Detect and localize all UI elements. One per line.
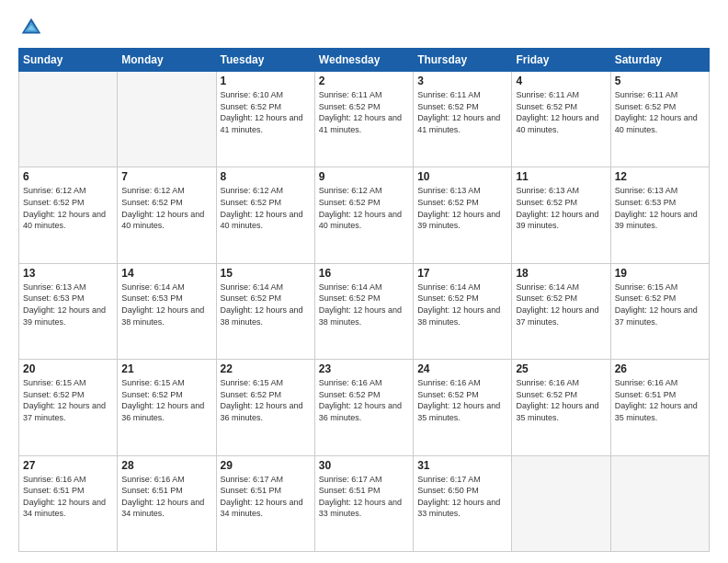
calendar-cell: 8Sunrise: 6:12 AMSunset: 6:52 PMDaylight… <box>216 167 314 263</box>
day-number: 20 <box>23 362 113 375</box>
day-number: 4 <box>516 75 606 87</box>
weekday-header: Friday <box>512 49 610 72</box>
day-info: Sunrise: 6:16 AMSunset: 6:51 PMDaylight:… <box>23 474 113 520</box>
day-info: Sunrise: 6:13 AMSunset: 6:52 PMDaylight:… <box>417 185 507 231</box>
calendar-cell: 2Sunrise: 6:11 AMSunset: 6:52 PMDaylight… <box>314 72 413 167</box>
calendar-cell: 30Sunrise: 6:17 AMSunset: 6:51 PMDayligh… <box>314 455 413 551</box>
weekday-header: Monday <box>118 49 216 72</box>
calendar-cell <box>118 72 216 167</box>
calendar-cell <box>512 455 610 551</box>
day-info: Sunrise: 6:16 AMSunset: 6:52 PMDaylight:… <box>516 377 606 423</box>
day-info: Sunrise: 6:10 AMSunset: 6:52 PMDaylight:… <box>221 89 311 135</box>
calendar-cell: 24Sunrise: 6:16 AMSunset: 6:52 PMDayligh… <box>414 360 512 455</box>
weekday-header: Wednesday <box>314 49 413 72</box>
day-number: 16 <box>319 267 409 280</box>
calendar-table: SundayMondayTuesdayWednesdayThursdayFrid… <box>18 48 710 552</box>
day-number: 17 <box>417 267 507 280</box>
calendar-cell: 20Sunrise: 6:15 AMSunset: 6:52 PMDayligh… <box>19 360 118 455</box>
day-info: Sunrise: 6:15 AMSunset: 6:52 PMDaylight:… <box>615 282 705 327</box>
calendar-cell: 15Sunrise: 6:14 AMSunset: 6:52 PMDayligh… <box>216 263 314 359</box>
calendar-cell: 7Sunrise: 6:12 AMSunset: 6:52 PMDaylight… <box>118 167 216 263</box>
calendar-cell: 28Sunrise: 6:16 AMSunset: 6:51 PMDayligh… <box>118 455 216 551</box>
day-info: Sunrise: 6:12 AMSunset: 6:52 PMDaylight:… <box>319 185 409 231</box>
calendar-cell: 18Sunrise: 6:14 AMSunset: 6:52 PMDayligh… <box>512 263 610 359</box>
logo <box>18 15 48 40</box>
day-number: 13 <box>23 267 113 280</box>
day-info: Sunrise: 6:17 AMSunset: 6:51 PMDaylight:… <box>319 474 409 520</box>
calendar-cell: 5Sunrise: 6:11 AMSunset: 6:52 PMDaylight… <box>610 72 709 167</box>
day-number: 28 <box>121 459 211 472</box>
calendar-cell: 19Sunrise: 6:15 AMSunset: 6:52 PMDayligh… <box>610 263 709 359</box>
day-number: 15 <box>221 267 311 280</box>
weekday-header: Thursday <box>414 49 512 72</box>
day-info: Sunrise: 6:11 AMSunset: 6:52 PMDaylight:… <box>417 89 507 135</box>
calendar-cell: 6Sunrise: 6:12 AMSunset: 6:52 PMDaylight… <box>19 167 118 263</box>
day-info: Sunrise: 6:12 AMSunset: 6:52 PMDaylight:… <box>121 185 211 231</box>
calendar-cell: 10Sunrise: 6:13 AMSunset: 6:52 PMDayligh… <box>414 167 512 263</box>
day-number: 24 <box>417 362 507 375</box>
calendar-cell: 4Sunrise: 6:11 AMSunset: 6:52 PMDaylight… <box>512 72 610 167</box>
day-info: Sunrise: 6:14 AMSunset: 6:52 PMDaylight:… <box>319 282 409 327</box>
day-number: 2 <box>319 75 409 87</box>
calendar-cell <box>610 455 709 551</box>
calendar-cell: 12Sunrise: 6:13 AMSunset: 6:53 PMDayligh… <box>610 167 709 263</box>
day-info: Sunrise: 6:12 AMSunset: 6:52 PMDaylight:… <box>221 185 311 231</box>
day-info: Sunrise: 6:16 AMSunset: 6:52 PMDaylight:… <box>417 377 507 423</box>
logo-icon <box>18 15 44 40</box>
day-number: 7 <box>121 170 211 183</box>
page: SundayMondayTuesdayWednesdayThursdayFrid… <box>0 0 728 563</box>
header <box>18 15 710 40</box>
day-number: 10 <box>417 170 507 183</box>
day-info: Sunrise: 6:15 AMSunset: 6:52 PMDaylight:… <box>23 377 113 423</box>
day-info: Sunrise: 6:14 AMSunset: 6:52 PMDaylight:… <box>516 282 606 327</box>
day-number: 22 <box>221 362 311 375</box>
day-info: Sunrise: 6:17 AMSunset: 6:51 PMDaylight:… <box>221 474 311 520</box>
day-info: Sunrise: 6:16 AMSunset: 6:51 PMDaylight:… <box>615 377 705 423</box>
day-info: Sunrise: 6:11 AMSunset: 6:52 PMDaylight:… <box>615 89 705 135</box>
calendar-cell: 29Sunrise: 6:17 AMSunset: 6:51 PMDayligh… <box>216 455 314 551</box>
calendar-cell: 22Sunrise: 6:15 AMSunset: 6:52 PMDayligh… <box>216 360 314 455</box>
day-info: Sunrise: 6:13 AMSunset: 6:53 PMDaylight:… <box>615 185 705 231</box>
calendar-cell: 16Sunrise: 6:14 AMSunset: 6:52 PMDayligh… <box>314 263 413 359</box>
day-number: 29 <box>221 459 311 472</box>
calendar-cell: 1Sunrise: 6:10 AMSunset: 6:52 PMDaylight… <box>216 72 314 167</box>
day-info: Sunrise: 6:15 AMSunset: 6:52 PMDaylight:… <box>121 377 211 423</box>
calendar-cell: 3Sunrise: 6:11 AMSunset: 6:52 PMDaylight… <box>414 72 512 167</box>
day-number: 18 <box>516 267 606 280</box>
calendar-cell: 21Sunrise: 6:15 AMSunset: 6:52 PMDayligh… <box>118 360 216 455</box>
calendar-cell: 31Sunrise: 6:17 AMSunset: 6:50 PMDayligh… <box>414 455 512 551</box>
calendar-cell: 27Sunrise: 6:16 AMSunset: 6:51 PMDayligh… <box>19 455 118 551</box>
calendar-cell: 13Sunrise: 6:13 AMSunset: 6:53 PMDayligh… <box>19 263 118 359</box>
day-info: Sunrise: 6:13 AMSunset: 6:53 PMDaylight:… <box>23 282 113 327</box>
calendar-cell: 25Sunrise: 6:16 AMSunset: 6:52 PMDayligh… <box>512 360 610 455</box>
weekday-header: Sunday <box>19 49 118 72</box>
day-number: 25 <box>516 362 606 375</box>
calendar-cell: 14Sunrise: 6:14 AMSunset: 6:53 PMDayligh… <box>118 263 216 359</box>
day-number: 26 <box>615 362 705 375</box>
day-number: 14 <box>121 267 211 280</box>
day-number: 11 <box>516 170 606 183</box>
calendar-cell: 11Sunrise: 6:13 AMSunset: 6:52 PMDayligh… <box>512 167 610 263</box>
calendar-cell: 17Sunrise: 6:14 AMSunset: 6:52 PMDayligh… <box>414 263 512 359</box>
day-number: 31 <box>417 459 507 472</box>
calendar-cell: 23Sunrise: 6:16 AMSunset: 6:52 PMDayligh… <box>314 360 413 455</box>
day-info: Sunrise: 6:14 AMSunset: 6:52 PMDaylight:… <box>221 282 311 327</box>
day-info: Sunrise: 6:11 AMSunset: 6:52 PMDaylight:… <box>516 89 606 135</box>
day-number: 3 <box>417 75 507 87</box>
day-number: 30 <box>319 459 409 472</box>
day-number: 23 <box>319 362 409 375</box>
day-number: 5 <box>615 75 705 87</box>
day-info: Sunrise: 6:17 AMSunset: 6:50 PMDaylight:… <box>417 474 507 520</box>
day-info: Sunrise: 6:13 AMSunset: 6:52 PMDaylight:… <box>516 185 606 231</box>
day-number: 8 <box>221 170 311 183</box>
calendar-cell <box>19 72 118 167</box>
day-info: Sunrise: 6:14 AMSunset: 6:53 PMDaylight:… <box>121 282 211 327</box>
day-info: Sunrise: 6:16 AMSunset: 6:51 PMDaylight:… <box>121 474 211 520</box>
calendar-cell: 26Sunrise: 6:16 AMSunset: 6:51 PMDayligh… <box>610 360 709 455</box>
day-info: Sunrise: 6:12 AMSunset: 6:52 PMDaylight:… <box>23 185 113 231</box>
day-info: Sunrise: 6:16 AMSunset: 6:52 PMDaylight:… <box>319 377 409 423</box>
day-number: 27 <box>23 459 113 472</box>
day-number: 21 <box>121 362 211 375</box>
day-info: Sunrise: 6:11 AMSunset: 6:52 PMDaylight:… <box>319 89 409 135</box>
day-number: 6 <box>23 170 113 183</box>
